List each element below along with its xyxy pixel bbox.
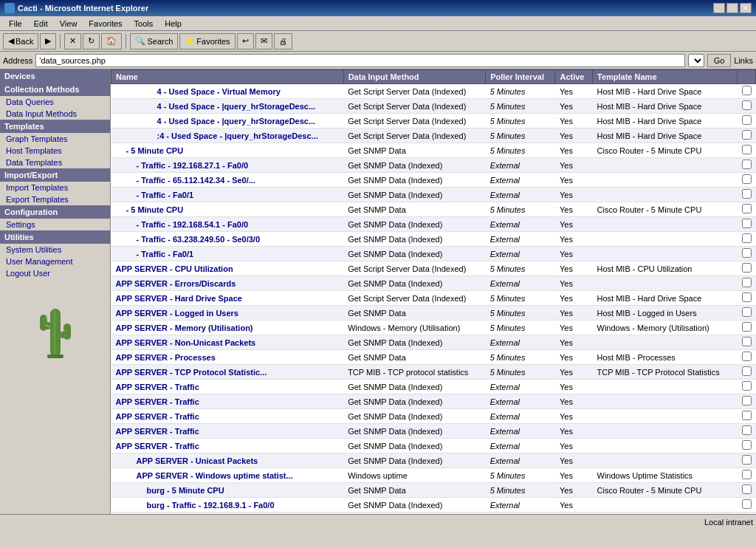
cell-check[interactable] bbox=[738, 453, 756, 468]
row-name-link[interactable]: APP SERVER - Traffic bbox=[116, 397, 199, 406]
cell-name[interactable]: :4 - Used Space - |query_hrStorageDesc..… bbox=[111, 129, 344, 143]
row-checkbox[interactable] bbox=[742, 145, 752, 154]
menu-tools[interactable]: Tools bbox=[128, 18, 159, 30]
sidebar-templates[interactable]: Templates bbox=[0, 120, 110, 133]
cell-name[interactable]: APP SERVER - Traffic bbox=[111, 409, 344, 424]
cell-name[interactable]: burg - Traffic - 192.168.9.1 - Fa0/0 bbox=[111, 498, 344, 513]
row-checkbox[interactable] bbox=[742, 174, 752, 184]
row-checkbox[interactable] bbox=[742, 440, 752, 450]
cell-check[interactable] bbox=[738, 424, 756, 439]
row-name-link[interactable]: - 5 Minute CPU bbox=[126, 146, 184, 155]
cell-name[interactable]: APP SERVER - Errors/Discards bbox=[111, 276, 344, 291]
cell-check[interactable] bbox=[738, 365, 756, 380]
cell-name[interactable]: APP SERVER - TCP Protocol Statistic... bbox=[111, 365, 344, 380]
sidebar-collection-methods[interactable]: Collection Methods bbox=[0, 83, 110, 96]
sidebar-export-templates[interactable]: Export Templates bbox=[0, 193, 110, 205]
cell-check[interactable] bbox=[738, 409, 756, 424]
row-name-link[interactable]: 4 - Used Space - |query_hrStorageDesc... bbox=[157, 117, 316, 126]
cell-check[interactable] bbox=[738, 291, 756, 306]
cell-name[interactable]: - Traffic - Fa0/1 bbox=[111, 247, 344, 261]
links-button[interactable]: Links bbox=[734, 56, 753, 65]
row-checkbox[interactable] bbox=[742, 337, 752, 346]
row-name-link[interactable]: burg - 5 Minute CPU bbox=[147, 486, 224, 495]
cell-name[interactable]: APP SERVER - Logged in Users bbox=[111, 306, 344, 321]
sidebar-settings[interactable]: Settings bbox=[0, 219, 110, 230]
cell-name[interactable]: - Traffic - 192.168.54.1 - Fa0/0 bbox=[111, 217, 344, 232]
row-name-link[interactable]: APP SERVER - Hard Drive Space bbox=[116, 294, 242, 303]
cell-name[interactable]: APP SERVER - Traffic bbox=[111, 380, 344, 394]
row-name-link[interactable]: - Traffic - Fa0/1 bbox=[137, 191, 194, 199]
address-dropdown[interactable] bbox=[688, 54, 704, 67]
cell-check[interactable] bbox=[738, 247, 756, 261]
cell-name[interactable]: - Traffic - Fa0/1 bbox=[111, 188, 344, 202]
cell-check[interactable] bbox=[738, 483, 756, 498]
cell-name[interactable]: - 5 Minute CPU bbox=[111, 202, 344, 217]
home-button[interactable]: 🏠 bbox=[101, 33, 122, 49]
row-name-link[interactable]: APP SERVER - Errors/Discards bbox=[116, 279, 236, 288]
row-name-link[interactable]: APP SERVER - Logged in Users bbox=[116, 309, 238, 318]
row-checkbox[interactable] bbox=[742, 86, 752, 95]
sidebar-graph-templates[interactable]: Graph Templates bbox=[0, 133, 110, 145]
row-checkbox[interactable] bbox=[742, 233, 752, 243]
row-checkbox[interactable] bbox=[742, 411, 752, 420]
search-button[interactable]: 🔍 Search bbox=[130, 33, 178, 49]
cell-check[interactable] bbox=[738, 232, 756, 247]
row-name-link[interactable]: APP SERVER - TCP Protocol Statistic... bbox=[116, 368, 267, 377]
cell-name[interactable]: - 5 Minute CPU bbox=[111, 143, 344, 158]
row-checkbox[interactable] bbox=[742, 366, 752, 376]
row-name-link[interactable]: 4 - Used Space - Virtual Memory bbox=[157, 87, 281, 96]
cell-name[interactable]: APP SERVER - Traffic bbox=[111, 394, 344, 409]
sidebar-data-input-methods[interactable]: Data Input Methods bbox=[0, 108, 110, 120]
minimize-button[interactable]: _ bbox=[713, 3, 725, 13]
print-button[interactable]: 🖨 bbox=[274, 33, 292, 49]
cell-name[interactable]: APP SERVER - Processes bbox=[111, 350, 344, 365]
row-checkbox[interactable] bbox=[742, 189, 752, 199]
cell-check[interactable] bbox=[738, 394, 756, 409]
sidebar-system-utilities[interactable]: System Utilities bbox=[0, 244, 110, 256]
row-checkbox[interactable] bbox=[742, 455, 752, 465]
cell-check[interactable] bbox=[738, 380, 756, 394]
cell-name[interactable]: APP SERVER - Unicast Packets bbox=[111, 453, 344, 468]
cell-check[interactable] bbox=[738, 188, 756, 202]
cell-check[interactable] bbox=[738, 217, 756, 232]
cell-name[interactable]: - Traffic - 192.168.27.1 - Fa0/0 bbox=[111, 158, 344, 173]
row-name-link[interactable]: - Traffic - 192.168.54.1 - Fa0/0 bbox=[137, 220, 249, 229]
refresh-button[interactable]: ↻ bbox=[83, 33, 100, 49]
cell-name[interactable]: APP SERVER - CPU Utilization bbox=[111, 261, 344, 276]
cell-check[interactable] bbox=[738, 306, 756, 321]
cell-name[interactable]: APP SERVER - Traffic bbox=[111, 424, 344, 439]
sidebar-data-queries[interactable]: Data Queries bbox=[0, 96, 110, 108]
row-name-link[interactable]: APP SERVER - Traffic bbox=[116, 442, 199, 451]
sidebar-logout[interactable]: Logout User bbox=[0, 267, 110, 279]
cell-name[interactable]: burg - 5 Minute CPU bbox=[111, 483, 344, 498]
row-name-link[interactable]: - Traffic - 63.238.249.50 - Se0/3/0 bbox=[137, 235, 261, 244]
row-checkbox[interactable] bbox=[742, 278, 752, 287]
cell-check[interactable] bbox=[738, 498, 756, 513]
cell-check[interactable] bbox=[738, 129, 756, 143]
cell-name[interactable]: - Traffic - 65.112.142.34 - Se0/... bbox=[111, 173, 344, 188]
row-name-link[interactable]: APP SERVER - Windows uptime statist... bbox=[137, 471, 293, 480]
close-button[interactable]: ✕ bbox=[740, 3, 752, 13]
row-checkbox[interactable] bbox=[742, 204, 752, 213]
sidebar-import-templates[interactable]: Import Templates bbox=[0, 182, 110, 193]
cell-check[interactable] bbox=[738, 261, 756, 276]
cell-check[interactable] bbox=[738, 114, 756, 129]
row-checkbox[interactable] bbox=[742, 160, 752, 169]
history-button[interactable]: ↩ bbox=[237, 33, 254, 49]
row-name-link[interactable]: - Traffic - 65.112.142.34 - Se0/... bbox=[137, 176, 255, 185]
maximize-button[interactable]: □ bbox=[726, 3, 738, 13]
cell-name[interactable]: 4 - Used Space - |query_hrStorageDesc... bbox=[111, 114, 344, 129]
row-name-link[interactable]: APP SERVER - CPU Utilization bbox=[116, 264, 233, 273]
row-name-link[interactable]: APP SERVER - Processes bbox=[116, 353, 216, 362]
sidebar-import-export[interactable]: Import/Export bbox=[0, 168, 110, 182]
row-checkbox[interactable] bbox=[742, 484, 752, 494]
row-checkbox[interactable] bbox=[742, 219, 752, 228]
cell-check[interactable] bbox=[738, 468, 756, 483]
menu-view[interactable]: View bbox=[54, 18, 83, 30]
cell-check[interactable] bbox=[738, 143, 756, 158]
row-name-link[interactable]: burg - Traffic - 192.168.9.1 - Fa0/0 bbox=[147, 501, 275, 510]
sidebar-utilities[interactable]: Utilities bbox=[0, 230, 110, 244]
cell-check[interactable] bbox=[738, 173, 756, 188]
row-checkbox[interactable] bbox=[742, 307, 752, 317]
sidebar-data-templates[interactable]: Data Templates bbox=[0, 157, 110, 168]
